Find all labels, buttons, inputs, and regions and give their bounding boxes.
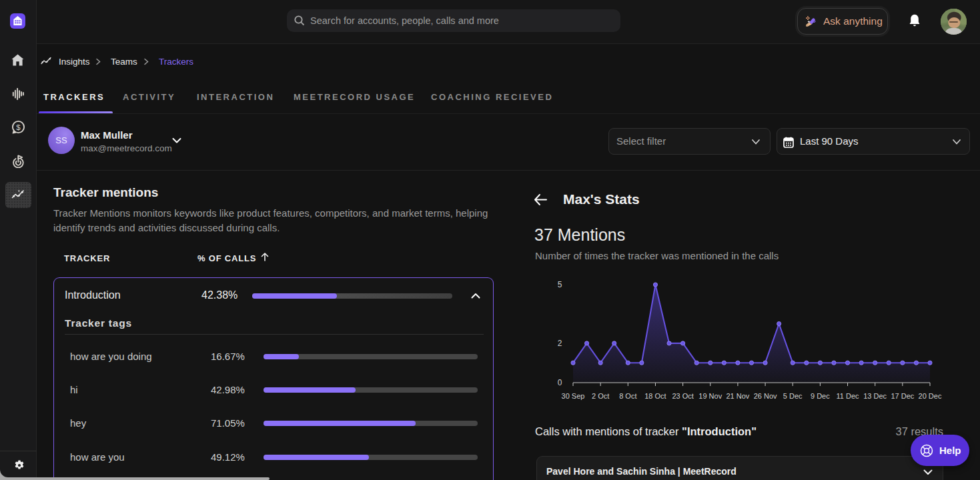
svg-text:13 Dec: 13 Dec	[863, 392, 887, 400]
svg-text:26 Nov: 26 Nov	[754, 392, 777, 400]
svg-text:0: 0	[558, 378, 562, 387]
svg-text:5: 5	[558, 280, 562, 289]
svg-text:2 Oct: 2 Oct	[592, 392, 609, 400]
svg-text:23 Oct: 23 Oct	[672, 392, 693, 400]
svg-text:18 Oct: 18 Oct	[644, 392, 666, 400]
svg-text:11 Dec: 11 Dec	[837, 392, 860, 400]
svg-text:30 Sep: 30 Sep	[562, 392, 585, 400]
svg-text:19 Nov: 19 Nov	[698, 392, 722, 400]
svg-text:9 Dec: 9 Dec	[811, 392, 830, 400]
svg-text:17 Dec: 17 Dec	[891, 392, 914, 400]
svg-text:$: $	[16, 123, 21, 131]
svg-text:5 Dec: 5 Dec	[783, 392, 803, 400]
svg-text:21 Nov: 21 Nov	[726, 392, 749, 400]
svg-text:8 Oct: 8 Oct	[619, 392, 636, 400]
svg-text:20 Dec: 20 Dec	[919, 392, 942, 400]
svg-text:2: 2	[558, 339, 562, 348]
